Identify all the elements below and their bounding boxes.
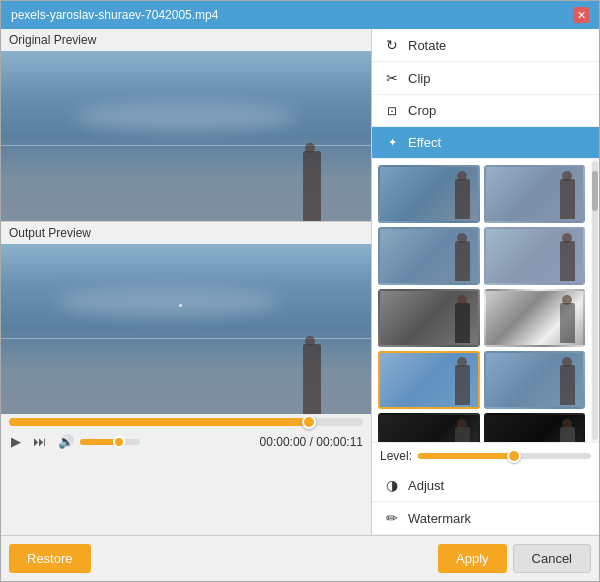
effect-figure-2 xyxy=(560,179,575,219)
main-window: pexels-yaroslav-shuraev-7042005.mp4 ✕ Or… xyxy=(0,0,600,582)
effect-figure-6 xyxy=(560,303,575,343)
level-thumb[interactable] xyxy=(507,449,521,463)
effect-figure-10 xyxy=(560,427,575,442)
progress-bar[interactable] xyxy=(9,418,363,426)
effect-thumb-10[interactable] xyxy=(484,413,586,442)
crop-label: Crop xyxy=(408,103,436,118)
effect-thumb-6[interactable] xyxy=(484,289,586,347)
volume-thumb[interactable] xyxy=(113,436,125,448)
restore-button[interactable]: Restore xyxy=(9,544,91,573)
fast-forward-icon: ⏭ xyxy=(33,434,46,449)
time-total: 00:00:11 xyxy=(316,435,363,449)
progress-fill xyxy=(9,418,310,426)
effect-thumb-9[interactable] xyxy=(378,413,480,442)
effect-thumb-1[interactable] xyxy=(378,165,480,223)
watermark-icon: ✏ xyxy=(384,510,400,526)
rotate-icon: ↻ xyxy=(384,37,400,53)
effect-figure-8 xyxy=(560,365,575,405)
window-title: pexels-yaroslav-shuraev-7042005.mp4 xyxy=(11,8,218,22)
output-video-bg xyxy=(1,244,371,414)
controls-area: ▶ ⏭ 🔊 xyxy=(1,414,371,455)
right-scrollbar[interactable] xyxy=(591,159,599,442)
scrollbar-handle[interactable] xyxy=(592,171,598,211)
clip-label: Clip xyxy=(408,71,430,86)
horizon-line-2 xyxy=(1,338,371,339)
time-current: 00:00:00 xyxy=(260,435,307,449)
effects-grid xyxy=(372,159,591,442)
figure-overlay-2 xyxy=(303,344,321,414)
level-slider[interactable] xyxy=(418,453,591,459)
effect-figure-3 xyxy=(455,241,470,281)
cloud-decoration xyxy=(75,102,297,132)
effect-thumb-4[interactable] xyxy=(484,227,586,285)
figure-overlay xyxy=(303,151,321,221)
crop-icon: ⊡ xyxy=(384,104,400,118)
output-preview-label: Output Preview xyxy=(1,222,371,244)
level-fill xyxy=(418,453,513,459)
main-content: Original Preview Output Preview xyxy=(1,29,599,535)
level-label: Level: xyxy=(380,449,412,463)
cloud-decoration-2 xyxy=(57,287,279,317)
scrollbar-track xyxy=(592,161,598,440)
volume-control: 🔊 xyxy=(56,432,140,451)
output-video-preview xyxy=(1,244,371,414)
volume-slider[interactable] xyxy=(80,439,140,445)
play-button[interactable]: ▶ xyxy=(9,432,23,451)
bottom-buttons: Restore Apply Cancel xyxy=(1,535,599,581)
menu-item-crop[interactable]: ⊡ Crop xyxy=(372,95,599,127)
volume-icon: 🔊 xyxy=(58,434,74,449)
adjust-icon: ◑ xyxy=(384,477,400,493)
effect-figure-1 xyxy=(455,179,470,219)
cancel-button[interactable]: Cancel xyxy=(513,544,591,573)
effect-label: Effect xyxy=(408,135,441,150)
effect-figure-7 xyxy=(455,365,470,405)
playback-controls: ▶ ⏭ 🔊 xyxy=(9,432,363,451)
effect-figure-4 xyxy=(560,241,575,281)
rotate-label: Rotate xyxy=(408,38,446,53)
dot-decoration xyxy=(179,304,182,307)
original-video-bg xyxy=(1,51,371,221)
effects-wrapper xyxy=(372,159,599,442)
menu-item-adjust[interactable]: ◑ Adjust xyxy=(372,469,599,502)
effect-icon: ✦ xyxy=(384,136,400,149)
original-video-preview xyxy=(1,51,371,221)
menu-item-rotate[interactable]: ↻ Rotate xyxy=(372,29,599,62)
apply-button[interactable]: Apply xyxy=(438,544,507,573)
clip-icon: ✂ xyxy=(384,70,400,86)
progress-thumb[interactable] xyxy=(302,415,316,429)
effect-thumb-3[interactable] xyxy=(378,227,480,285)
effect-thumb-2[interactable] xyxy=(484,165,586,223)
adjust-label: Adjust xyxy=(408,478,444,493)
effect-figure-5 xyxy=(455,303,470,343)
time-display: 00:00:00 / 00:00:11 xyxy=(260,435,363,449)
right-panel: ↻ Rotate ✂ Clip ⊡ Crop ✦ Effect xyxy=(371,29,599,535)
volume-button[interactable]: 🔊 xyxy=(56,432,76,451)
menu-item-effect[interactable]: ✦ Effect xyxy=(372,127,599,159)
menu-item-clip[interactable]: ✂ Clip xyxy=(372,62,599,95)
horizon-line xyxy=(1,145,371,146)
watermark-label: Watermark xyxy=(408,511,471,526)
close-button[interactable]: ✕ xyxy=(573,7,589,23)
title-bar: pexels-yaroslav-shuraev-7042005.mp4 ✕ xyxy=(1,1,599,29)
play-icon: ▶ xyxy=(11,434,21,449)
original-preview-label: Original Preview xyxy=(1,29,371,51)
left-panel: Original Preview Output Preview xyxy=(1,29,371,535)
effect-figure-9 xyxy=(455,427,470,442)
fast-forward-button[interactable]: ⏭ xyxy=(31,432,48,451)
effect-thumb-7[interactable] xyxy=(378,351,480,409)
effect-thumb-5[interactable] xyxy=(378,289,480,347)
menu-item-watermark[interactable]: ✏ Watermark xyxy=(372,502,599,535)
level-section: Level: xyxy=(372,442,599,469)
effect-thumb-8[interactable] xyxy=(484,351,586,409)
volume-fill xyxy=(80,439,120,445)
